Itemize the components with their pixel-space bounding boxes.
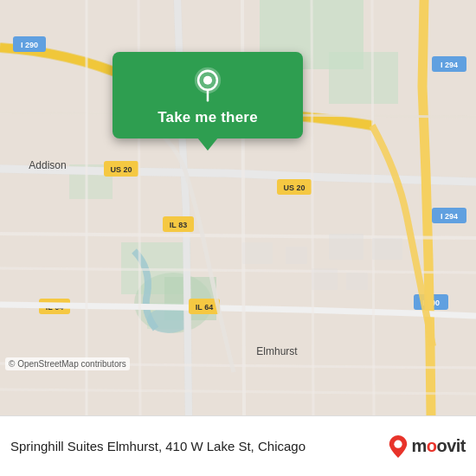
bottom-bar: Springhill Suites Elmhurst, 410 W Lake S… [0, 415, 476, 476]
map-attribution: © OpenStreetMap contributors [5, 357, 130, 370]
svg-text:I 294: I 294 [441, 212, 458, 221]
svg-point-39 [203, 76, 212, 85]
svg-rect-34 [346, 273, 368, 290]
location-popup[interactable]: Take me there [113, 52, 303, 138]
map: I 290 I 290 IL 83 IL 83 US 20 US 20 I 29… [0, 0, 476, 415]
svg-rect-33 [312, 268, 338, 290]
svg-text:I 290: I 290 [21, 41, 38, 49]
svg-text:I 294: I 294 [441, 61, 458, 69]
svg-rect-2 [329, 52, 398, 104]
moovit-logo: moovit [389, 435, 466, 458]
location-pin-icon [190, 66, 226, 102]
moovit-pin-icon [389, 435, 408, 458]
svg-text:US 20: US 20 [283, 183, 305, 192]
svg-rect-31 [329, 234, 363, 260]
location-name: Springhill Suites Elmhurst, 410 W Lake S… [10, 438, 380, 455]
svg-text:IL 64: IL 64 [196, 303, 213, 312]
svg-text:US 20: US 20 [110, 165, 132, 174]
svg-text:Elmhurst: Elmhurst [256, 345, 298, 357]
svg-point-40 [395, 440, 402, 447]
take-me-there-button[interactable]: Take me there [158, 109, 258, 126]
moovit-brand-text: moovit [411, 436, 466, 456]
svg-text:Addison: Addison [29, 159, 66, 171]
svg-rect-32 [372, 238, 402, 260]
svg-rect-35 [242, 242, 273, 264]
svg-rect-36 [286, 247, 307, 264]
svg-text:IL 83: IL 83 [170, 221, 187, 229]
